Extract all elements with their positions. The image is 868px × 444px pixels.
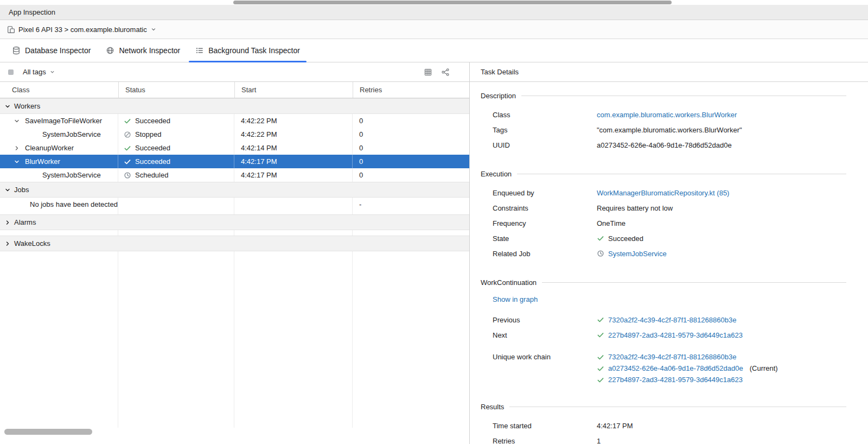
detail-value-cell: a0273452-626e-4a06-9d1e-78d6d52dad0e — [597, 141, 732, 149]
cell-class: BlurWorker — [0, 155, 118, 168]
tag-filter-label: All tags — [23, 68, 46, 76]
detail-value-link[interactable]: 7320a2f2-4c39-4c2f-87f1-881268860b3e — [608, 316, 736, 324]
detail-value-link[interactable]: 227b4897-2ad3-4281-9579-3d6449c1a623 — [608, 376, 743, 384]
cell-class: CleanupWorker — [0, 141, 118, 155]
task-details-header: Task Details — [470, 62, 868, 82]
detail-value-link[interactable]: 7320a2f2-4c39-4c2f-87f1-881268860b3e — [608, 353, 736, 361]
detail-value-cell: Requires battery not low — [597, 204, 673, 212]
row-retries-label: 0 — [359, 117, 363, 125]
row-retries-label: 0 — [359, 144, 363, 152]
table-row[interactable]: CleanupWorkerSucceeded4:42:14 PM0 — [0, 141, 469, 155]
detail-value-cell: SystemJobService — [597, 250, 667, 258]
section-workers[interactable]: Workers — [0, 98, 469, 114]
column-header-class[interactable]: Class — [0, 82, 118, 98]
chevron-right-icon[interactable] — [4, 240, 11, 247]
chevron-down-icon[interactable] — [4, 103, 11, 110]
section-alarms[interactable]: Alarms — [0, 214, 469, 230]
detail-section-description: DescriptionClasscom.example.bluromatic.w… — [481, 91, 846, 153]
check-icon — [597, 365, 604, 372]
table-horizontal-scrollbar[interactable] — [0, 429, 469, 435]
section-rule — [542, 282, 846, 283]
row-retries-label: - — [359, 200, 361, 208]
chevron-right-icon[interactable] — [12, 145, 22, 151]
detail-label: State — [481, 234, 597, 243]
table-row[interactable]: SystemJobServiceScheduled4:42:17 PM0 — [0, 168, 469, 182]
task-details-body: DescriptionClasscom.example.bluromatic.w… — [470, 82, 868, 444]
detail-row-related-job: Related JobSystemJobService — [481, 246, 846, 261]
detail-row-class: Classcom.example.bluromatic.workers.Blur… — [481, 107, 846, 122]
task-table-panel: All tags — [0, 62, 470, 444]
scrollbar-thumb[interactable] — [233, 1, 672, 4]
table-row[interactable]: BlurWorkerSucceeded4:42:17 PM0 — [0, 155, 469, 168]
cell-retries: 0 — [353, 155, 469, 168]
chevron-down-icon[interactable] — [4, 187, 11, 193]
cell-start: 4:42:22 PM — [234, 114, 353, 128]
detail-value-link[interactable]: 227b4897-2ad3-4281-9579-3d6449c1a623 — [608, 331, 743, 339]
section-jobs[interactable]: Jobs — [0, 182, 469, 198]
detail-value: Requires battery not low — [597, 204, 673, 212]
tag-filter-dropdown[interactable]: All tags — [23, 68, 55, 76]
table-row[interactable]: SaveImageToFileWorkerSucceeded4:42:22 PM… — [0, 114, 469, 128]
detail-row-unique-work-chain: Unique work chain7320a2f2-4c39-4c2f-87f1… — [481, 351, 846, 385]
row-class-label: BlurWorker — [25, 157, 60, 166]
column-header-start[interactable]: Start — [234, 82, 353, 98]
column-header-status[interactable]: Status — [118, 82, 234, 98]
detail-row-uuid: UUIDa0273452-626e-4a06-9d1e-78d6d52dad0e — [481, 137, 846, 153]
detail-value-link[interactable]: com.example.bluromatic.workers.BlurWorke… — [597, 111, 737, 119]
section-label: Workers — [14, 102, 40, 110]
detail-value: Succeeded — [608, 234, 643, 243]
current-marker: (Current) — [750, 364, 778, 372]
section-rule — [521, 96, 846, 96]
column-header-retries[interactable]: Retries — [353, 82, 469, 98]
stop-inspector-button[interactable] — [8, 69, 14, 75]
network-icon — [106, 46, 114, 55]
row-status-label: Scheduled — [135, 171, 168, 179]
check-icon — [124, 144, 131, 152]
detail-label: Tags — [481, 126, 597, 134]
row-status-label: Succeeded — [135, 157, 170, 166]
detail-value-link[interactable]: a0273452-626e-4a06-9d1e-78d6d52dad0e — [608, 364, 743, 372]
row-status-label: Succeeded — [135, 117, 170, 125]
detail-label: Previous — [481, 316, 597, 324]
graph-view-icon[interactable] — [441, 68, 450, 77]
tab-database-inspector[interactable]: Database Inspector — [4, 39, 98, 62]
detail-section-title-row: WorkContinuation — [481, 277, 846, 287]
table-view-icon[interactable] — [424, 68, 432, 77]
row-start-label: 4:42:22 PM — [241, 117, 277, 125]
detail-value: a0273452-626e-4a06-9d1e-78d6d52dad0e — [597, 141, 732, 149]
detail-section-results: ResultsTime started4:42:17 PMRetries1 — [481, 402, 846, 444]
detail-value: 1 — [597, 437, 601, 444]
row-status-label: Succeeded — [135, 144, 170, 152]
device-icon — [7, 26, 15, 34]
scrollbar-thumb[interactable] — [4, 429, 92, 435]
tab-network-inspector[interactable]: Network Inspector — [98, 39, 188, 62]
detail-section-title: WorkContinuation — [481, 278, 537, 287]
table-toolbar: All tags — [0, 62, 469, 82]
chevron-down-icon[interactable] — [12, 158, 22, 165]
cell-start: 4:42:14 PM — [234, 141, 353, 155]
table-row[interactable]: SystemJobServiceStopped4:42:22 PM0 — [0, 128, 469, 141]
panel-titlebar: App Inspection — [0, 5, 868, 20]
chevron-down-icon — [49, 69, 55, 75]
detail-label: Time started — [481, 422, 597, 430]
check-icon — [597, 353, 604, 361]
row-class-label: SystemJobService — [42, 130, 101, 138]
chevron-down-icon[interactable] — [12, 118, 22, 124]
row-retries-label: 0 — [359, 130, 363, 138]
table-row[interactable]: No jobs have been detected- — [0, 198, 469, 211]
detail-value-cell: 1 — [597, 437, 601, 444]
detail-section-title: Execution — [481, 170, 512, 178]
cell-status: Stopped — [118, 128, 234, 141]
row-class-label: No jobs have been detected — [30, 200, 118, 208]
row-status-label: Stopped — [135, 130, 161, 138]
stopped-icon — [124, 131, 131, 138]
section-wakelocks[interactable]: WakeLocks — [0, 236, 469, 251]
detail-value-link[interactable]: SystemJobService — [608, 250, 667, 258]
device-selector[interactable]: Pixel 6 API 33 > com.example.bluromatic — [18, 26, 147, 34]
show-in-graph-link[interactable]: Show in graph — [493, 295, 538, 303]
row-class-label: SystemJobService — [42, 171, 101, 179]
detail-value-link[interactable]: WorkManagerBluromaticRepository.kt (85) — [597, 189, 729, 197]
editor-horizontal-scrollbar[interactable] — [0, 0, 868, 5]
tab-background-task-inspector[interactable]: Background Task Inspector — [188, 39, 308, 62]
chevron-right-icon[interactable] — [4, 219, 11, 226]
